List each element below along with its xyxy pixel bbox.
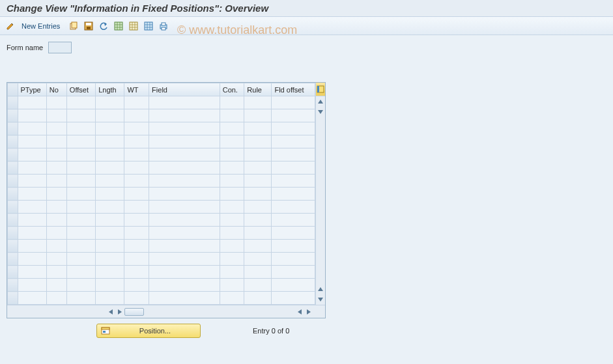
grid-cell[interactable]: [66, 266, 95, 279]
grid-cell[interactable]: [18, 135, 46, 148]
grid-cell[interactable]: [244, 188, 272, 201]
grid-cell[interactable]: [66, 240, 95, 253]
grid-cell[interactable]: [149, 266, 220, 279]
grid-cell[interactable]: [66, 109, 95, 122]
row-selector[interactable]: [8, 201, 18, 214]
column-header[interactable]: WT: [124, 83, 149, 96]
grid-cell[interactable]: [96, 266, 124, 279]
grid-cell[interactable]: [66, 148, 95, 161]
grid-cell[interactable]: [96, 188, 124, 201]
grid-cell[interactable]: [220, 135, 244, 148]
grid-cell[interactable]: [149, 214, 220, 227]
grid-cell[interactable]: [244, 122, 272, 135]
grid-cell[interactable]: [124, 109, 149, 122]
grid-cell[interactable]: [244, 175, 272, 188]
scroll-right-icon[interactable]: [304, 307, 313, 316]
scroll-up-icon[interactable]: [316, 97, 325, 106]
grid-cell[interactable]: [46, 227, 66, 240]
grid-cell[interactable]: [149, 201, 220, 214]
grid-cell[interactable]: [220, 214, 244, 227]
grid-cell[interactable]: [272, 175, 315, 188]
grid-cell[interactable]: [46, 279, 66, 292]
grid-cell[interactable]: [46, 175, 66, 188]
grid-cell[interactable]: [46, 161, 66, 175]
grid-cell[interactable]: [66, 122, 95, 135]
grid-cell[interactable]: [244, 109, 272, 122]
grid-cell[interactable]: [124, 279, 149, 292]
row-selector[interactable]: [8, 240, 18, 253]
grid-cell[interactable]: [124, 227, 149, 240]
grid-cell[interactable]: [149, 227, 220, 240]
grid-cell[interactable]: [220, 201, 244, 214]
grid-cell[interactable]: [244, 214, 272, 227]
row-selector[interactable]: [8, 253, 18, 266]
grid-cell[interactable]: [66, 253, 95, 266]
grid-cell[interactable]: [149, 292, 220, 305]
grid-cell[interactable]: [66, 175, 95, 188]
grid-cell[interactable]: [66, 214, 95, 227]
grid-cell[interactable]: [149, 109, 220, 122]
grid-cell[interactable]: [46, 109, 66, 122]
grid-cell[interactable]: [272, 135, 315, 148]
grid-cell[interactable]: [220, 240, 244, 253]
grid-cell[interactable]: [18, 148, 46, 161]
grid-cell[interactable]: [18, 122, 46, 135]
grid-cell[interactable]: [220, 109, 244, 122]
grid-cell[interactable]: [244, 135, 272, 148]
grid-cell[interactable]: [18, 161, 46, 175]
grid-cell[interactable]: [96, 175, 124, 188]
grid-cell[interactable]: [124, 266, 149, 279]
grid-cell[interactable]: [46, 240, 66, 253]
grid-cell[interactable]: [96, 135, 124, 148]
scroll-left-icon[interactable]: [295, 307, 304, 316]
grid-cell[interactable]: [220, 161, 244, 175]
grid-cell[interactable]: [220, 292, 244, 305]
row-selector[interactable]: [8, 214, 18, 227]
grid-cell[interactable]: [18, 292, 46, 305]
grid-cell[interactable]: [18, 253, 46, 266]
grid-cell[interactable]: [272, 240, 315, 253]
deselect-all-icon[interactable]: [128, 20, 139, 31]
grid-cell[interactable]: [66, 201, 95, 214]
grid-cell[interactable]: [96, 201, 124, 214]
grid-cell[interactable]: [244, 253, 272, 266]
column-header[interactable]: Lngth: [96, 83, 124, 96]
undo-icon[interactable]: [98, 20, 109, 31]
grid-cell[interactable]: [96, 292, 124, 305]
grid-cell[interactable]: [66, 188, 95, 201]
grid-cell[interactable]: [124, 214, 149, 227]
grid-cell[interactable]: [220, 148, 244, 161]
grid-cell[interactable]: [220, 96, 244, 109]
grid-cell[interactable]: [18, 96, 46, 109]
grid-cell[interactable]: [244, 148, 272, 161]
grid-cell[interactable]: [124, 161, 149, 175]
grid-cell[interactable]: [46, 148, 66, 161]
vertical-scrollbar[interactable]: [315, 83, 325, 305]
grid-cell[interactable]: [149, 188, 220, 201]
form-name-input[interactable]: [48, 42, 72, 53]
grid-cell[interactable]: [124, 292, 149, 305]
column-header[interactable]: PType: [18, 83, 46, 96]
grid-cell[interactable]: [18, 240, 46, 253]
grid-cell[interactable]: [46, 201, 66, 214]
row-selector[interactable]: [8, 292, 18, 305]
grid-cell[interactable]: [124, 188, 149, 201]
grid-cell[interactable]: [46, 253, 66, 266]
grid-cell[interactable]: [18, 109, 46, 122]
grid-cell[interactable]: [272, 188, 315, 201]
select-all-icon[interactable]: [113, 20, 124, 31]
column-header[interactable]: Rule: [244, 83, 272, 96]
grid-cell[interactable]: [244, 292, 272, 305]
row-selector[interactable]: [8, 188, 18, 201]
grid-cell[interactable]: [96, 253, 124, 266]
grid-cell[interactable]: [124, 135, 149, 148]
row-selector[interactable]: [8, 135, 18, 148]
grid-cell[interactable]: [96, 240, 124, 253]
grid-cell[interactable]: [272, 266, 315, 279]
row-selector[interactable]: [8, 148, 18, 161]
scroll-down-icon[interactable]: [316, 107, 325, 117]
grid-cell[interactable]: [96, 96, 124, 109]
row-selector[interactable]: [8, 227, 18, 240]
grid-cell[interactable]: [96, 109, 124, 122]
column-header[interactable]: Field: [149, 83, 220, 96]
